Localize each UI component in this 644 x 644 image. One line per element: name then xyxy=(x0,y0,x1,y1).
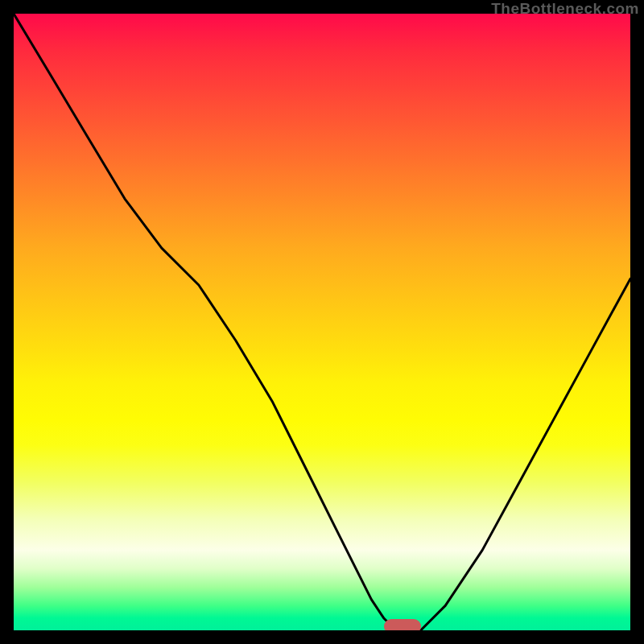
optimal-range-marker xyxy=(384,619,421,630)
attribution-text: TheBottleneck.com xyxy=(491,0,639,18)
bottleneck-chart: TheBottleneck.com xyxy=(0,0,644,644)
plot-area xyxy=(14,14,630,630)
bottleneck-curve xyxy=(14,14,630,630)
